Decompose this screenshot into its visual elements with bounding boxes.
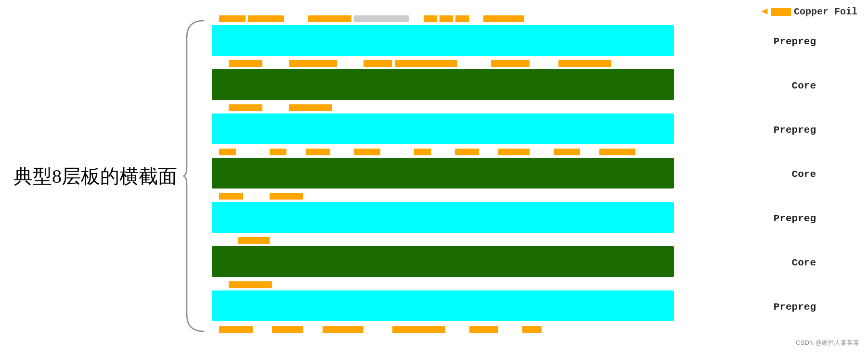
cf-strip — [308, 15, 351, 22]
cf-strip — [229, 60, 262, 67]
copper-inner-1-top — [212, 59, 722, 68]
cf-strip — [483, 15, 524, 22]
cf-strip — [265, 104, 286, 111]
cf-strip — [219, 149, 236, 155]
copper-inner-2-top — [212, 147, 722, 157]
cf-strip — [433, 149, 453, 155]
copper-inner-2-bottom — [212, 191, 722, 201]
copper-inner-3-top — [212, 236, 722, 245]
cf-strip — [455, 149, 479, 155]
prepreg-4-row: Prepreg — [212, 290, 722, 323]
cf-strip — [238, 149, 267, 155]
cf-strip — [270, 193, 303, 200]
copper-inner-3-bottom — [212, 280, 722, 289]
brace-container — [182, 18, 208, 334]
prepreg-3-row: Prepreg — [212, 202, 722, 235]
cf-strip — [481, 149, 496, 155]
prepreg-1-label: Prepreg — [774, 36, 816, 47]
cf-strip — [306, 149, 330, 155]
copper-foil-top — [212, 13, 722, 24]
core-bar-3 — [212, 246, 674, 277]
page-title: 典型8层板的横截面 — [13, 163, 177, 189]
cf-strip — [339, 60, 361, 67]
cf-strip — [229, 281, 272, 288]
brace-svg — [182, 18, 208, 334]
legend: ◄ Copper Foil — [762, 6, 857, 18]
core-1-row: Core — [212, 69, 722, 102]
cf-strip — [491, 60, 530, 67]
prepreg-1-row: Prepreg — [212, 25, 722, 58]
cf-strip — [448, 326, 467, 333]
cf-strip — [354, 15, 409, 22]
cf-strip — [383, 149, 412, 155]
cf-strip — [219, 193, 243, 200]
prepreg-bar-3 — [212, 202, 674, 233]
prepreg-bar-2 — [212, 113, 674, 144]
cf-strip — [412, 15, 421, 22]
cf-strip — [219, 326, 253, 333]
cf-strip — [255, 326, 270, 333]
core-1-label: Core — [792, 80, 816, 91]
cf-strip — [289, 60, 337, 67]
legend-copper-box — [771, 8, 791, 16]
copper-inner-1-bottom — [212, 103, 722, 113]
core-3-label: Core — [792, 257, 816, 268]
cf-strip — [219, 15, 246, 22]
cf-strip — [498, 149, 530, 155]
core-2-label: Core — [792, 169, 816, 180]
legend-label: Copper Foil — [794, 6, 857, 17]
cf-strip — [248, 15, 284, 22]
cf-strip — [414, 149, 431, 155]
cf-strip — [366, 326, 390, 333]
prepreg-2-row: Prepreg — [212, 113, 722, 146]
cf-strip — [471, 15, 481, 22]
cf-strip — [289, 149, 303, 155]
core-bar-1 — [212, 69, 674, 100]
cf-strip — [532, 149, 551, 155]
cf-strip — [363, 60, 392, 67]
pcb-cross-section: Prepreg Core Prepre — [212, 13, 722, 339]
copper-foil-bottom — [212, 324, 722, 335]
cf-strip — [286, 15, 306, 22]
cf-strip — [238, 237, 270, 244]
cf-strip — [469, 326, 498, 333]
cf-strip — [460, 60, 489, 67]
prepreg-2-label: Prepreg — [774, 125, 816, 136]
prepreg-4-label: Prepreg — [774, 302, 816, 313]
cf-strip — [392, 326, 445, 333]
cf-strip — [599, 149, 635, 155]
cf-strip — [558, 60, 611, 67]
cf-strip — [323, 326, 363, 333]
legend-arrow-icon: ◄ — [762, 6, 768, 18]
cf-strip — [272, 326, 303, 333]
cf-strip — [395, 60, 457, 67]
cf-strip — [332, 149, 351, 155]
cf-strip — [501, 326, 520, 333]
cf-strip — [455, 15, 469, 22]
cf-strip — [265, 60, 286, 67]
cf-strip — [306, 326, 320, 333]
core-3-row: Core — [212, 246, 722, 279]
prepreg-3-label: Prepreg — [774, 213, 816, 224]
cf-strip — [229, 104, 262, 111]
prepreg-bar-1 — [212, 25, 674, 56]
cf-strip — [554, 149, 580, 155]
cf-strip — [289, 104, 332, 111]
cf-strip — [532, 60, 556, 67]
core-2-row: Core — [212, 158, 722, 190]
cf-strip — [354, 149, 380, 155]
cf-strip — [270, 149, 286, 155]
cf-strip — [440, 15, 453, 22]
cf-strip — [246, 193, 267, 200]
cf-strip — [583, 149, 597, 155]
cf-strip — [522, 326, 542, 333]
main-container: 典型8层板的横截面 ◄ Copper Foil Pr — [0, 0, 868, 352]
cf-strip — [424, 15, 437, 22]
watermark: CSDN @硬件人某某某 — [796, 339, 859, 347]
prepreg-bar-4 — [212, 290, 674, 321]
core-bar-2 — [212, 158, 674, 189]
